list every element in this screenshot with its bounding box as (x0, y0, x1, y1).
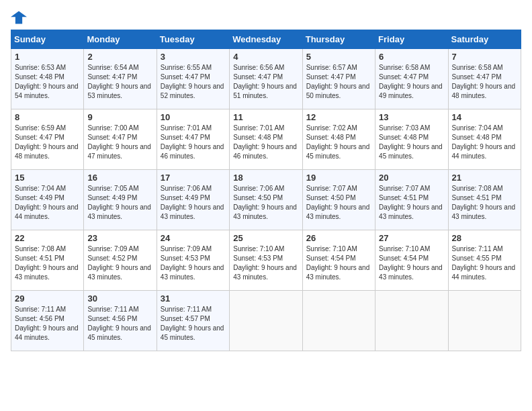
day-number: 29 (15, 293, 80, 304)
day-number: 4 (233, 52, 298, 62)
day-info: Sunrise: 6:53 AMSunset: 4:48 PMDaylight:… (15, 63, 80, 101)
calendar-day-cell: 25 Sunrise: 7:10 AMSunset: 4:53 PMDaylig… (230, 230, 302, 291)
day-info: Sunrise: 7:04 AMSunset: 4:48 PMDaylight:… (452, 124, 517, 161)
day-number: 5 (306, 52, 371, 62)
day-info: Sunrise: 7:02 AMSunset: 4:48 PMDaylight:… (306, 124, 371, 161)
day-of-week-header: Tuesday (157, 30, 229, 49)
day-info: Sunrise: 6:56 AMSunset: 4:47 PMDaylight:… (233, 63, 298, 101)
logo-icon (11, 11, 27, 24)
calendar-day-cell: 27 Sunrise: 7:10 AMSunset: 4:54 PMDaylig… (375, 230, 448, 291)
page-header (11, 11, 521, 24)
calendar-day-cell: 13 Sunrise: 7:03 AMSunset: 4:48 PMDaylig… (375, 109, 448, 170)
day-of-week-header: Wednesday (230, 30, 302, 49)
day-info: Sunrise: 7:10 AMSunset: 4:54 PMDaylight:… (379, 244, 444, 282)
day-number: 26 (306, 233, 371, 243)
day-number: 11 (233, 112, 298, 122)
day-number: 12 (306, 112, 371, 122)
day-info: Sunrise: 6:54 AMSunset: 4:47 PMDaylight:… (87, 63, 152, 101)
calendar-week-row: 15 Sunrise: 7:04 AMSunset: 4:49 PMDaylig… (11, 170, 521, 230)
day-number: 13 (379, 112, 444, 122)
day-info: Sunrise: 7:08 AMSunset: 4:51 PMDaylight:… (452, 184, 517, 222)
day-number: 25 (233, 233, 298, 243)
day-number: 18 (233, 173, 298, 183)
day-number: 2 (87, 52, 152, 62)
calendar-day-cell (375, 291, 448, 351)
day-number: 15 (15, 173, 80, 183)
day-info: Sunrise: 7:05 AMSunset: 4:49 PMDaylight:… (87, 184, 152, 222)
day-info: Sunrise: 6:58 AMSunset: 4:47 PMDaylight:… (452, 63, 517, 101)
day-info: Sunrise: 6:59 AMSunset: 4:47 PMDaylight:… (15, 124, 80, 161)
day-info: Sunrise: 7:06 AMSunset: 4:49 PMDaylight:… (161, 184, 226, 222)
day-number: 16 (87, 173, 152, 183)
day-info: Sunrise: 7:08 AMSunset: 4:51 PMDaylight:… (15, 244, 80, 282)
calendar-day-cell: 18 Sunrise: 7:06 AMSunset: 4:50 PMDaylig… (230, 170, 302, 230)
day-of-week-header: Saturday (448, 30, 521, 49)
day-info: Sunrise: 7:07 AMSunset: 4:50 PMDaylight:… (306, 184, 371, 222)
calendar-table: SundayMondayTuesdayWednesdayThursdayFrid… (11, 30, 521, 351)
calendar-day-cell: 30 Sunrise: 7:11 AMSunset: 4:56 PMDaylig… (84, 291, 157, 351)
day-info: Sunrise: 7:11 AMSunset: 4:56 PMDaylight:… (87, 305, 152, 342)
day-info: Sunrise: 7:01 AMSunset: 4:48 PMDaylight:… (233, 124, 298, 161)
day-info: Sunrise: 6:58 AMSunset: 4:47 PMDaylight:… (379, 63, 444, 101)
day-number: 14 (452, 112, 517, 122)
svg-marker-0 (11, 11, 27, 24)
calendar-day-cell (230, 291, 302, 351)
calendar-day-cell (302, 291, 375, 351)
day-info: Sunrise: 7:04 AMSunset: 4:49 PMDaylight:… (15, 184, 80, 222)
calendar-day-cell: 15 Sunrise: 7:04 AMSunset: 4:49 PMDaylig… (11, 170, 84, 230)
day-info: Sunrise: 7:11 AMSunset: 4:55 PMDaylight:… (452, 244, 517, 282)
day-number: 19 (306, 173, 371, 183)
day-info: Sunrise: 7:10 AMSunset: 4:54 PMDaylight:… (306, 244, 371, 282)
day-number: 9 (87, 112, 152, 122)
calendar-day-cell: 1 Sunrise: 6:53 AMSunset: 4:48 PMDayligh… (11, 49, 84, 109)
day-number: 17 (161, 173, 226, 183)
day-number: 7 (452, 52, 517, 62)
calendar-day-cell: 31 Sunrise: 7:11 AMSunset: 4:57 PMDaylig… (157, 291, 229, 351)
calendar-day-cell: 16 Sunrise: 7:05 AMSunset: 4:49 PMDaylig… (84, 170, 157, 230)
day-info: Sunrise: 7:03 AMSunset: 4:48 PMDaylight:… (379, 124, 444, 161)
calendar-day-cell (448, 291, 521, 351)
calendar-day-cell: 26 Sunrise: 7:10 AMSunset: 4:54 PMDaylig… (302, 230, 375, 291)
day-of-week-header: Friday (375, 30, 448, 49)
day-info: Sunrise: 7:11 AMSunset: 4:57 PMDaylight:… (161, 305, 226, 342)
calendar-day-cell: 29 Sunrise: 7:11 AMSunset: 4:56 PMDaylig… (11, 291, 84, 351)
day-number: 20 (379, 173, 444, 183)
calendar-day-cell: 4 Sunrise: 6:56 AMSunset: 4:47 PMDayligh… (230, 49, 302, 109)
day-info: Sunrise: 7:09 AMSunset: 4:53 PMDaylight:… (161, 244, 226, 282)
day-number: 10 (161, 112, 226, 122)
day-of-week-header: Thursday (302, 30, 375, 49)
calendar-day-cell: 6 Sunrise: 6:58 AMSunset: 4:47 PMDayligh… (375, 49, 448, 109)
calendar-day-cell: 7 Sunrise: 6:58 AMSunset: 4:47 PMDayligh… (448, 49, 521, 109)
day-info: Sunrise: 7:09 AMSunset: 4:52 PMDaylight:… (87, 244, 152, 282)
calendar-day-cell: 17 Sunrise: 7:06 AMSunset: 4:49 PMDaylig… (157, 170, 229, 230)
calendar-day-cell: 12 Sunrise: 7:02 AMSunset: 4:48 PMDaylig… (302, 109, 375, 170)
calendar-week-row: 29 Sunrise: 7:11 AMSunset: 4:56 PMDaylig… (11, 291, 521, 351)
day-info: Sunrise: 7:10 AMSunset: 4:53 PMDaylight:… (233, 244, 298, 282)
day-number: 8 (15, 112, 80, 122)
calendar-day-cell: 23 Sunrise: 7:09 AMSunset: 4:52 PMDaylig… (84, 230, 157, 291)
calendar-day-cell: 5 Sunrise: 6:57 AMSunset: 4:47 PMDayligh… (302, 49, 375, 109)
day-info: Sunrise: 7:11 AMSunset: 4:56 PMDaylight:… (15, 305, 80, 342)
calendar-day-cell: 20 Sunrise: 7:07 AMSunset: 4:51 PMDaylig… (375, 170, 448, 230)
calendar-day-cell: 24 Sunrise: 7:09 AMSunset: 4:53 PMDaylig… (157, 230, 229, 291)
day-info: Sunrise: 7:06 AMSunset: 4:50 PMDaylight:… (233, 184, 298, 222)
calendar-day-cell: 19 Sunrise: 7:07 AMSunset: 4:50 PMDaylig… (302, 170, 375, 230)
day-info: Sunrise: 6:55 AMSunset: 4:47 PMDaylight:… (161, 63, 226, 101)
day-info: Sunrise: 7:00 AMSunset: 4:47 PMDaylight:… (87, 124, 152, 161)
day-number: 24 (161, 233, 226, 243)
calendar-week-row: 8 Sunrise: 6:59 AMSunset: 4:47 PMDayligh… (11, 109, 521, 170)
day-number: 30 (87, 293, 152, 304)
day-of-week-header: Sunday (11, 30, 84, 49)
day-info: Sunrise: 7:01 AMSunset: 4:47 PMDaylight:… (161, 124, 226, 161)
calendar-day-cell: 9 Sunrise: 7:00 AMSunset: 4:47 PMDayligh… (84, 109, 157, 170)
calendar-day-cell: 3 Sunrise: 6:55 AMSunset: 4:47 PMDayligh… (157, 49, 229, 109)
day-number: 3 (161, 52, 226, 62)
day-number: 23 (87, 233, 152, 243)
day-info: Sunrise: 7:07 AMSunset: 4:51 PMDaylight:… (379, 184, 444, 222)
calendar-day-cell: 8 Sunrise: 6:59 AMSunset: 4:47 PMDayligh… (11, 109, 84, 170)
day-number: 21 (452, 173, 517, 183)
calendar-day-cell: 28 Sunrise: 7:11 AMSunset: 4:55 PMDaylig… (448, 230, 521, 291)
calendar-week-row: 22 Sunrise: 7:08 AMSunset: 4:51 PMDaylig… (11, 230, 521, 291)
day-number: 22 (15, 233, 80, 243)
header-row: SundayMondayTuesdayWednesdayThursdayFrid… (11, 30, 521, 49)
